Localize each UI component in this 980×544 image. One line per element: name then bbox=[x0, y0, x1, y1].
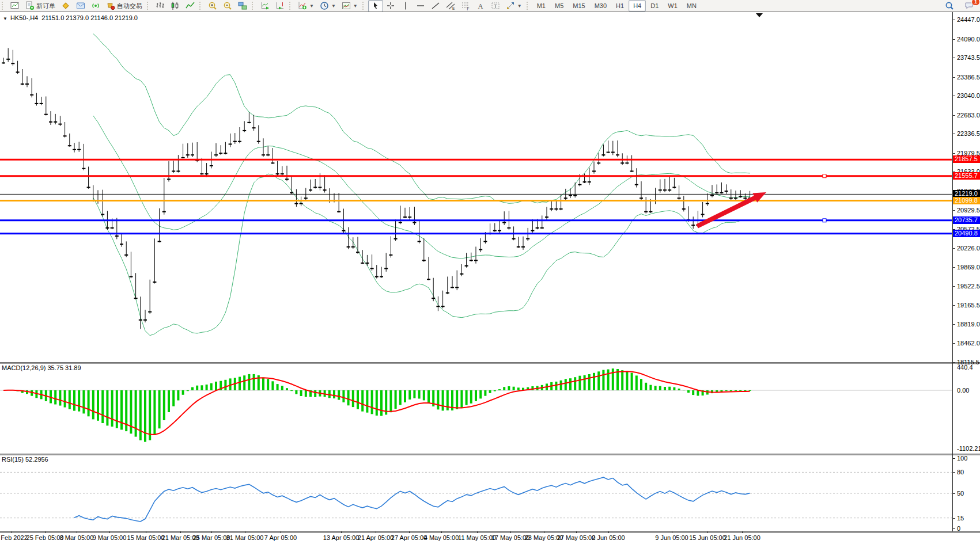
toolbar-button-candlestick-chart[interactable] bbox=[168, 0, 183, 12]
auto-trading-icon bbox=[106, 1, 115, 10]
price-tick bbox=[953, 286, 955, 287]
toolbar-button-new-order[interactable]: 新订单 bbox=[22, 0, 58, 12]
rsi-tick bbox=[953, 472, 955, 473]
tf-mn[interactable]: MN bbox=[682, 0, 701, 12]
arrows-icon bbox=[506, 1, 515, 10]
time-axis-label: 13 Apr 05:00 bbox=[323, 534, 359, 541]
rsi-tick bbox=[953, 528, 955, 529]
toolbar-button-chart-shift[interactable] bbox=[273, 0, 287, 12]
toolbar-button-search[interactable] bbox=[942, 0, 957, 12]
macd-axis-label: -1102.21 bbox=[957, 445, 980, 452]
price-tick-label: 19869.0 bbox=[957, 264, 980, 271]
macd-indicator-pane[interactable] bbox=[0, 363, 952, 454]
toolbar-button-periods[interactable]: ▼ bbox=[317, 0, 339, 12]
toolbar-grip bbox=[199, 2, 203, 10]
toolbar-button-signals[interactable] bbox=[88, 0, 103, 12]
dropdown-arrow-icon[interactable]: ▼ bbox=[353, 3, 358, 9]
price-chart-pane[interactable] bbox=[0, 12, 952, 362]
time-tick bbox=[409, 531, 410, 533]
price-tick-label: 20929.5 bbox=[957, 207, 980, 214]
time-tick bbox=[211, 531, 212, 533]
horizontal-line-icon bbox=[416, 1, 425, 10]
tf-m15[interactable]: M15 bbox=[568, 0, 589, 12]
zoom-in-icon bbox=[208, 1, 217, 10]
time-axis-label: 15 Jun 05:00 bbox=[689, 534, 726, 541]
toolbar-button-metaeditor[interactable] bbox=[58, 0, 73, 12]
time-tick bbox=[109, 531, 110, 533]
toolbar-grip bbox=[2, 2, 5, 10]
dropdown-arrow-icon[interactable]: ▼ bbox=[309, 3, 314, 9]
toolbar-button-vertical-line[interactable] bbox=[398, 0, 413, 12]
tf-w1[interactable]: W1 bbox=[663, 0, 682, 12]
tf-h4[interactable]: H4 bbox=[629, 0, 646, 12]
time-tick bbox=[245, 531, 245, 533]
toolbar-button-equidistant-channel[interactable]: E bbox=[443, 0, 458, 12]
price-tick bbox=[953, 77, 955, 78]
time-tick bbox=[341, 531, 342, 533]
toolbar-button-horizontal-line[interactable] bbox=[413, 0, 428, 12]
toolbar-button-auto-scroll[interactable] bbox=[258, 0, 273, 12]
dropdown-arrow-icon[interactable]: ▼ bbox=[331, 3, 336, 9]
toolbar-button-arrows[interactable]: ▼ bbox=[503, 0, 525, 12]
toolbar-button-text[interactable]: A bbox=[473, 0, 488, 12]
toolbar-button-market-watch[interactable] bbox=[73, 0, 88, 12]
tf-m5[interactable]: M5 bbox=[550, 0, 568, 12]
toolbar-button-fibonacci[interactable]: F bbox=[458, 0, 473, 12]
tf-m1-label: M1 bbox=[537, 2, 546, 9]
toolbar-button-bar-chart[interactable] bbox=[153, 0, 168, 12]
price-tick-label: 23040.0 bbox=[957, 92, 980, 99]
rsi-axis-label: 80 bbox=[957, 469, 964, 475]
toolbar-button-text-label[interactable]: T bbox=[488, 0, 503, 12]
svg-text:A: A bbox=[478, 2, 483, 10]
price-line-tag: 21099.8 bbox=[953, 197, 980, 204]
time-axis-label: 11 May 05:00 bbox=[458, 534, 496, 541]
line-chart-icon bbox=[186, 1, 195, 10]
toolbar-group-system: 新订单自动交易 bbox=[7, 0, 145, 12]
time-axis-label: 21 Jun 05:00 bbox=[724, 534, 760, 541]
vertical-line-icon bbox=[401, 1, 410, 10]
toolbar-group-zoom bbox=[205, 0, 250, 12]
toolbar-button-crosshair[interactable] bbox=[383, 0, 398, 12]
tile-windows-icon bbox=[238, 1, 247, 10]
price-tick-label: 20226.0 bbox=[957, 245, 980, 252]
rsi-indicator-pane[interactable] bbox=[0, 455, 952, 531]
toolbar-button-zoom-in[interactable] bbox=[205, 0, 220, 12]
tf-d1[interactable]: D1 bbox=[646, 0, 663, 12]
tf-h1[interactable]: H1 bbox=[611, 0, 629, 12]
tf-m15-label: M15 bbox=[573, 2, 585, 9]
toolbar-button-zoom-out[interactable] bbox=[220, 0, 235, 12]
time-tick bbox=[477, 531, 478, 533]
price-tick bbox=[953, 343, 955, 344]
templates-icon bbox=[342, 1, 351, 10]
toolbar-button-chart-window[interactable] bbox=[7, 0, 22, 12]
tf-m30[interactable]: M30 bbox=[590, 0, 611, 12]
toolbar-button-trendline[interactable] bbox=[428, 0, 443, 12]
dropdown-arrow-icon[interactable]: ▼ bbox=[517, 3, 522, 9]
toolbar-button-indicators[interactable]: ▼ bbox=[295, 0, 317, 12]
price-tick bbox=[953, 153, 955, 154]
toolbar-button-tile-windows[interactable] bbox=[235, 0, 250, 12]
time-tick bbox=[77, 531, 77, 533]
macd-axis-label: 0.00 bbox=[957, 387, 969, 394]
price-line-tag: 21555.7 bbox=[953, 172, 980, 180]
search-icon bbox=[945, 1, 954, 10]
price-line-tag: 20735.7 bbox=[953, 216, 980, 224]
time-tick bbox=[45, 531, 46, 533]
toolbar-button-templates[interactable]: ▼ bbox=[339, 0, 361, 12]
tf-m1[interactable]: M1 bbox=[532, 0, 550, 12]
rsi-tick bbox=[953, 458, 955, 459]
price-tick bbox=[953, 96, 955, 96]
time-axis-label: 27 May 05:00 bbox=[557, 534, 596, 541]
toolbar-button-cursor[interactable] bbox=[368, 0, 383, 12]
chart-title-collapse-icon[interactable]: ▼ bbox=[3, 16, 7, 21]
toolbar-button-auto-trading[interactable]: 自动交易 bbox=[103, 0, 145, 12]
price-tick-label: 19522.5 bbox=[957, 283, 980, 290]
time-axis[interactable]: 1 Feb 202225 Feb 05:003 Mar 05:009 Mar 0… bbox=[0, 531, 980, 544]
macd-axis-label: 440.4 bbox=[957, 364, 973, 371]
tf-h4-label: H4 bbox=[633, 2, 641, 9]
price-tick bbox=[953, 210, 955, 211]
toolbar-button-chat[interactable]: 1 bbox=[962, 0, 977, 12]
time-tick bbox=[576, 531, 577, 533]
time-axis-label: 4 May 05:00 bbox=[424, 534, 459, 541]
toolbar-button-line-chart[interactable] bbox=[183, 0, 198, 12]
